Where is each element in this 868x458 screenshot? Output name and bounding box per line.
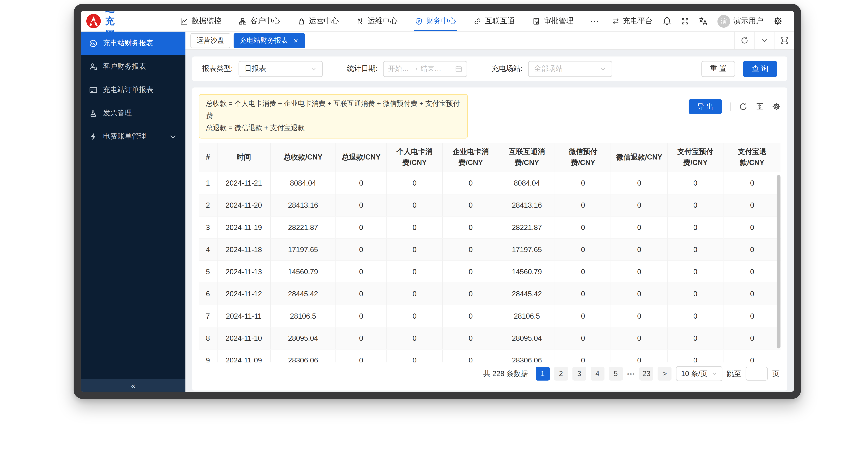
sidebar-collapse-button[interactable]: « bbox=[81, 379, 185, 392]
table-cell: 2024-11-20 bbox=[218, 194, 271, 217]
top-nav-item[interactable]: 财务中心 bbox=[406, 11, 465, 31]
table-cell: 0 bbox=[724, 261, 781, 283]
column-settings-icon[interactable] bbox=[772, 103, 781, 111]
page-button-23[interactable]: 23 bbox=[640, 367, 653, 381]
table-cell: 2024-11-13 bbox=[218, 261, 271, 283]
table-cell: 0 bbox=[386, 305, 443, 327]
column-header: 个人电卡消费/CNY bbox=[386, 143, 443, 172]
table-cell: 0 bbox=[555, 217, 612, 238]
page-button-5[interactable]: 5 bbox=[609, 367, 623, 381]
lightning-icon bbox=[89, 132, 97, 140]
table-row: 42024-11-1817197.6500017197.650000 bbox=[199, 238, 780, 261]
user-name: 演示用户 bbox=[734, 16, 764, 26]
table-cell: 0 bbox=[336, 217, 387, 238]
table-row: 72024-11-1128106.500028106.50000 bbox=[199, 305, 780, 327]
row-density-icon[interactable] bbox=[755, 103, 764, 111]
table-cell: 2024-11-09 bbox=[218, 349, 271, 363]
table-cell: 28306.06 bbox=[271, 349, 336, 363]
column-header: 支付宝预付费/CNY bbox=[668, 143, 724, 172]
platform-switch-button[interactable]: 充电平台 bbox=[607, 16, 657, 26]
table-cell: 28106.5 bbox=[271, 305, 336, 327]
table-cell: 0 bbox=[336, 261, 387, 283]
tab-maximize-button[interactable] bbox=[774, 32, 794, 49]
table-cell: 0 bbox=[386, 327, 443, 349]
formula-notice: 总收款 = 个人电卡消费 + 企业电卡消费 + 互联互通消费 + 微信预付费 +… bbox=[199, 94, 468, 138]
column-header: 支付宝退款/CNY bbox=[724, 143, 781, 172]
report-table-wrap: #时间总收款/CNY总退款/CNY个人电卡消费/CNY企业电卡消费/CNY互联互… bbox=[199, 143, 780, 362]
table-cell: 0 bbox=[724, 172, 781, 194]
page-button-1[interactable]: 1 bbox=[536, 367, 550, 381]
sidebar-item-[interactable]: 电费账单管理 bbox=[81, 124, 185, 148]
settings-button[interactable] bbox=[768, 17, 787, 26]
sidebar-item-[interactable]: 客户财务报表 bbox=[81, 55, 185, 78]
table-header-row: #时间总收款/CNY总退款/CNY个人电卡消费/CNY企业电卡消费/CNY互联互… bbox=[199, 143, 780, 172]
property-safety-icon bbox=[415, 18, 422, 25]
notifications-button[interactable] bbox=[658, 17, 677, 26]
sidebar-menu: 充电站财务报表 客户财务报表 充电站订单报表 发票管理 电费账单管理 bbox=[81, 32, 185, 148]
export-button[interactable]: 导 出 bbox=[689, 99, 722, 114]
table-cell: 2024-11-11 bbox=[218, 305, 271, 327]
table-cell: 0 bbox=[724, 217, 781, 238]
table-cell: 0 bbox=[611, 305, 668, 327]
header-right: 充电平台 演 演示用户 bbox=[607, 15, 787, 27]
sidebar-item-[interactable]: 发票管理 bbox=[81, 102, 185, 125]
close-icon[interactable] bbox=[292, 37, 299, 44]
user-menu[interactable]: 演 演示用户 bbox=[712, 15, 768, 27]
platform-switch-label: 充电平台 bbox=[623, 16, 653, 26]
tab-label: 充电站财务报表 bbox=[240, 36, 288, 45]
top-nav-label: 审批管理 bbox=[544, 16, 574, 26]
top-nav-item[interactable]: 运营中心 bbox=[289, 11, 348, 31]
top-nav-item[interactable]: 数据监控 bbox=[172, 11, 230, 31]
nav-more-button[interactable]: ··· bbox=[582, 17, 607, 26]
table-cell: 0 bbox=[668, 261, 724, 283]
chevron-down-icon bbox=[169, 132, 177, 140]
date-range-picker[interactable]: 开始… 结束… bbox=[383, 61, 468, 77]
table-cell: 0 bbox=[724, 283, 781, 305]
query-button[interactable]: 查 询 bbox=[743, 61, 777, 77]
reset-button[interactable]: 重 置 bbox=[701, 61, 736, 77]
table-cell: 28106.5 bbox=[499, 305, 555, 327]
tab-bar-actions bbox=[734, 32, 794, 49]
page-ellipsis[interactable]: ••• bbox=[627, 370, 635, 377]
refresh-table-icon[interactable] bbox=[739, 103, 747, 111]
translate-icon bbox=[699, 17, 707, 26]
table-cell: 0 bbox=[336, 172, 387, 194]
chevron-down-icon bbox=[711, 371, 717, 377]
language-button[interactable] bbox=[693, 17, 712, 26]
page-button-2[interactable]: 2 bbox=[554, 367, 568, 381]
table-cell: 0 bbox=[386, 194, 443, 217]
jump-page-input[interactable] bbox=[746, 367, 768, 381]
table-cell: 28445.42 bbox=[271, 283, 336, 305]
scrollbar-thumb[interactable] bbox=[777, 175, 781, 348]
table-cell: 0 bbox=[555, 194, 612, 217]
sidebar-item-[interactable]: 充电站订单报表 bbox=[81, 78, 185, 102]
page-button-3[interactable]: 3 bbox=[572, 367, 586, 381]
tab-options-button[interactable] bbox=[754, 32, 774, 49]
table-cell: 8084.04 bbox=[271, 172, 336, 194]
top-nav-item[interactable]: 审批管理 bbox=[524, 11, 582, 31]
table-scrollbar[interactable] bbox=[777, 172, 781, 360]
table-cell: 0 bbox=[555, 283, 612, 305]
tab[interactable]: 运营沙盘 bbox=[190, 33, 230, 48]
tab-refresh-button[interactable] bbox=[734, 32, 754, 49]
top-nav-item[interactable]: 运维中心 bbox=[348, 11, 406, 31]
table-cell: 2024-11-19 bbox=[218, 217, 271, 238]
top-nav-item[interactable]: 互联互通 bbox=[465, 11, 524, 31]
table-row: 62024-11-1228445.4200028445.420000 bbox=[199, 283, 780, 305]
next-page-button[interactable]: > bbox=[658, 367, 672, 381]
fullscreen-button[interactable] bbox=[677, 18, 693, 25]
top-nav-item[interactable]: 客户中心 bbox=[230, 11, 289, 31]
column-header: 微信预付费/CNY bbox=[555, 143, 612, 172]
report-type-select[interactable]: 日报表 bbox=[238, 61, 322, 77]
bell-icon bbox=[663, 17, 672, 26]
table-actions: 导 出 bbox=[689, 94, 781, 114]
content-area: 报表类型: 日报表 统计日期: 开始… 结束… bbox=[185, 50, 794, 392]
page-button-4[interactable]: 4 bbox=[590, 367, 604, 381]
tab[interactable]: 充电站财务报表 bbox=[234, 33, 305, 48]
table-cell: 28306.06 bbox=[499, 349, 555, 363]
filter-bar: 报表类型: 日报表 统计日期: 开始… 结束… bbox=[192, 56, 787, 81]
station-select[interactable]: 全部场站 bbox=[528, 61, 612, 77]
column-header: 总退款/CNY bbox=[336, 143, 387, 172]
arrow-right-icon bbox=[412, 66, 418, 72]
page-size-select[interactable]: 10 条/页 bbox=[676, 366, 722, 381]
